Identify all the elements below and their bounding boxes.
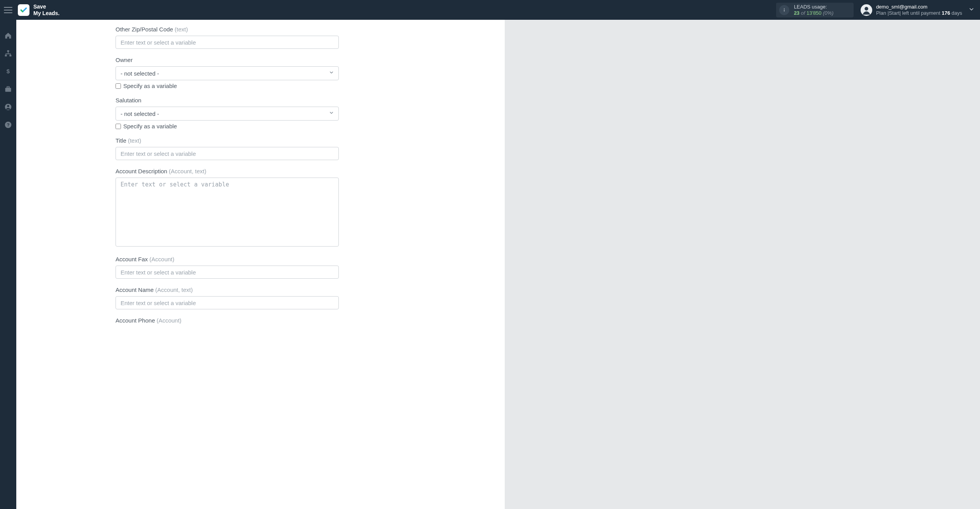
label-title-text: Title bbox=[116, 137, 126, 144]
label-account-fax-hint: (Account) bbox=[150, 256, 174, 262]
field-title: Title (text) bbox=[116, 137, 339, 160]
user-menu-caret[interactable] bbox=[962, 6, 975, 14]
svg-rect-6 bbox=[9, 55, 11, 56]
user-circle-icon bbox=[4, 103, 12, 111]
user-email: demo_sml@gmail.com bbox=[876, 4, 962, 10]
label-account-phone-text: Account Phone bbox=[116, 317, 155, 324]
avatar-icon bbox=[861, 4, 872, 16]
user-meta: demo_sml@gmail.com Plan |Start| left unt… bbox=[876, 4, 962, 16]
select-owner[interactable]: - not selected - bbox=[116, 66, 339, 80]
label-title-hint: (text) bbox=[128, 137, 141, 144]
svg-text:?: ? bbox=[7, 122, 9, 127]
field-account-phone: Account Phone (Account) bbox=[116, 317, 339, 324]
form-card: Other Zip/Postal Code (text) Owner - not… bbox=[16, 20, 505, 509]
form-area: Other Zip/Postal Code (text) Owner - not… bbox=[116, 26, 339, 324]
chevron-down-icon bbox=[968, 6, 975, 12]
sitemap-icon bbox=[4, 50, 12, 57]
label-other-zip-text: Other Zip/Postal Code bbox=[116, 26, 173, 33]
svg-rect-5 bbox=[5, 55, 7, 56]
app-brand: Save My Leads. bbox=[33, 3, 60, 16]
select-owner-value: - not selected - bbox=[116, 66, 339, 80]
home-icon bbox=[4, 32, 12, 40]
sidebar: $ ? bbox=[0, 20, 16, 509]
label-account-description-text: Account Description bbox=[116, 168, 167, 174]
app-logo[interactable] bbox=[18, 4, 29, 16]
field-account-fax: Account Fax (Account) bbox=[116, 256, 339, 279]
svg-rect-9 bbox=[7, 86, 10, 88]
select-salutation[interactable]: - not selected - bbox=[116, 107, 339, 121]
question-circle-icon: ? bbox=[4, 121, 12, 129]
salutation-variable-row[interactable]: Specify as a variable bbox=[116, 123, 339, 129]
label-account-name-text: Account Name bbox=[116, 286, 154, 293]
check-icon bbox=[20, 6, 28, 14]
label-account-phone: Account Phone (Account) bbox=[116, 317, 339, 324]
salutation-variable-checkbox[interactable] bbox=[116, 124, 121, 129]
sidebar-item-connections[interactable] bbox=[4, 49, 12, 58]
usage-of: of bbox=[801, 10, 805, 16]
input-title[interactable] bbox=[116, 147, 339, 160]
svg-point-3 bbox=[864, 7, 868, 10]
svg-text:$: $ bbox=[7, 68, 10, 74]
textarea-account-description[interactable] bbox=[116, 178, 339, 247]
label-other-zip-hint: (text) bbox=[175, 26, 188, 33]
field-owner: Owner - not selected - Specify as a vari… bbox=[116, 57, 339, 89]
user-plan: Plan |Start| left until payment 176 days bbox=[876, 10, 962, 16]
menu-toggle-icon[interactable] bbox=[4, 7, 12, 13]
plan-suffix: days bbox=[950, 10, 962, 16]
usage-label: LEADS usage: bbox=[794, 4, 833, 10]
usage-text: LEADS usage: 23 of 13'850 (0%) bbox=[794, 4, 833, 16]
page: Other Zip/Postal Code (text) Owner - not… bbox=[16, 20, 980, 509]
salutation-variable-label: Specify as a variable bbox=[123, 123, 177, 129]
owner-variable-label: Specify as a variable bbox=[123, 83, 177, 89]
label-account-fax: Account Fax (Account) bbox=[116, 256, 339, 262]
dollar-icon: $ bbox=[4, 67, 12, 75]
svg-point-11 bbox=[7, 105, 9, 107]
field-other-zip: Other Zip/Postal Code (text) bbox=[116, 26, 339, 49]
select-salutation-value: - not selected - bbox=[116, 107, 339, 121]
owner-variable-checkbox[interactable] bbox=[116, 83, 121, 89]
user-block[interactable]: demo_sml@gmail.com Plan |Start| left unt… bbox=[861, 4, 962, 16]
owner-variable-row[interactable]: Specify as a variable bbox=[116, 83, 339, 89]
info-icon bbox=[779, 5, 789, 15]
sidebar-item-briefcase[interactable] bbox=[4, 85, 12, 93]
topbar: Save My Leads. LEADS usage: 23 of 13'850… bbox=[0, 0, 980, 20]
sidebar-item-account[interactable] bbox=[4, 103, 12, 111]
field-salutation: Salutation - not selected - Specify as a… bbox=[116, 97, 339, 129]
label-account-description: Account Description (Account, text) bbox=[116, 168, 339, 174]
sidebar-item-home[interactable] bbox=[4, 31, 12, 40]
label-account-phone-hint: (Account) bbox=[157, 317, 181, 324]
field-account-description: Account Description (Account, text) bbox=[116, 168, 339, 248]
svg-rect-4 bbox=[7, 50, 9, 52]
label-title: Title (text) bbox=[116, 137, 339, 144]
label-account-name: Account Name (Account, text) bbox=[116, 286, 339, 293]
svg-rect-1 bbox=[784, 9, 785, 11]
svg-rect-8 bbox=[5, 88, 11, 92]
svg-point-0 bbox=[784, 8, 785, 9]
input-account-fax[interactable] bbox=[116, 266, 339, 279]
sidebar-item-help[interactable]: ? bbox=[4, 121, 12, 129]
label-other-zip: Other Zip/Postal Code (text) bbox=[116, 26, 339, 33]
plan-days: 176 bbox=[942, 10, 950, 16]
input-other-zip[interactable] bbox=[116, 36, 339, 49]
leads-usage-box[interactable]: LEADS usage: 23 of 13'850 (0%) bbox=[776, 3, 854, 17]
field-account-name: Account Name (Account, text) bbox=[116, 286, 339, 309]
input-account-name[interactable] bbox=[116, 296, 339, 309]
brand-line1: Save bbox=[33, 3, 60, 10]
label-account-name-hint: (Account, text) bbox=[155, 286, 193, 293]
plan-prefix: Plan |Start| left until payment bbox=[876, 10, 942, 16]
label-account-description-hint: (Account, text) bbox=[169, 168, 207, 174]
label-owner: Owner bbox=[116, 57, 339, 63]
usage-count: 23 bbox=[794, 10, 799, 16]
briefcase-icon bbox=[4, 85, 12, 93]
usage-total: 13'850 bbox=[806, 10, 821, 16]
brand-line2: My Leads. bbox=[33, 10, 60, 16]
label-account-fax-text: Account Fax bbox=[116, 256, 148, 262]
usage-pct: (0%) bbox=[823, 10, 833, 16]
sidebar-item-billing[interactable]: $ bbox=[4, 67, 12, 76]
label-salutation: Salutation bbox=[116, 97, 339, 104]
